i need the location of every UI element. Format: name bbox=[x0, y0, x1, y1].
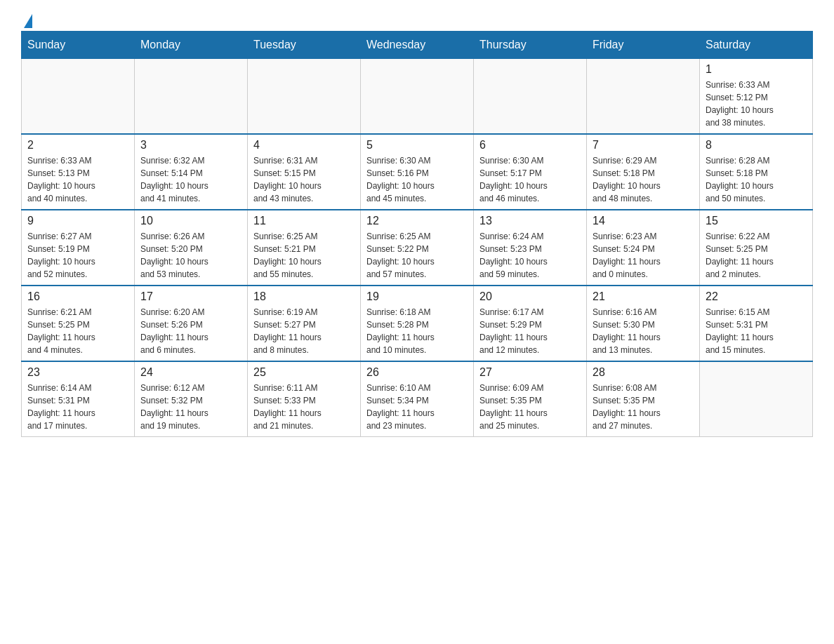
day-info: Sunrise: 6:10 AMSunset: 5:34 PMDaylight:… bbox=[366, 382, 468, 432]
day-info: Sunrise: 6:11 AMSunset: 5:33 PMDaylight:… bbox=[253, 382, 355, 432]
calendar-week-row: 23Sunrise: 6:14 AMSunset: 5:31 PMDayligh… bbox=[22, 361, 813, 437]
calendar-day-cell bbox=[587, 59, 700, 135]
calendar-day-cell: 5Sunrise: 6:30 AMSunset: 5:16 PMDaylight… bbox=[361, 134, 474, 210]
logo bbox=[21, 14, 32, 24]
day-info: Sunrise: 6:32 AMSunset: 5:14 PMDaylight:… bbox=[140, 154, 241, 205]
day-number: 28 bbox=[593, 366, 694, 379]
calendar-day-cell: 28Sunrise: 6:08 AMSunset: 5:35 PMDayligh… bbox=[587, 361, 700, 437]
day-number: 25 bbox=[253, 366, 355, 379]
day-number: 9 bbox=[27, 215, 128, 227]
day-info: Sunrise: 6:30 AMSunset: 5:17 PMDaylight:… bbox=[479, 154, 581, 205]
calendar-day-cell: 24Sunrise: 6:12 AMSunset: 5:32 PMDayligh… bbox=[135, 361, 248, 437]
calendar-weekday-sunday: Sunday bbox=[22, 32, 135, 59]
day-info: Sunrise: 6:25 AMSunset: 5:22 PMDaylight:… bbox=[366, 230, 468, 281]
day-number: 3 bbox=[140, 139, 241, 152]
day-info: Sunrise: 6:20 AMSunset: 5:26 PMDaylight:… bbox=[140, 306, 241, 356]
day-number: 7 bbox=[593, 139, 694, 152]
day-info: Sunrise: 6:16 AMSunset: 5:30 PMDaylight:… bbox=[593, 306, 694, 356]
day-info: Sunrise: 6:19 AMSunset: 5:27 PMDaylight:… bbox=[253, 306, 355, 356]
calendar-day-cell bbox=[361, 59, 474, 135]
day-number: 22 bbox=[706, 290, 807, 303]
page-header bbox=[21, 14, 813, 24]
calendar-weekday-tuesday: Tuesday bbox=[248, 32, 361, 59]
day-info: Sunrise: 6:15 AMSunset: 5:31 PMDaylight:… bbox=[706, 306, 807, 356]
day-number: 18 bbox=[253, 290, 355, 303]
logo-triangle-icon bbox=[24, 14, 32, 28]
day-info: Sunrise: 6:23 AMSunset: 5:24 PMDaylight:… bbox=[593, 230, 694, 281]
day-number: 19 bbox=[366, 290, 468, 303]
calendar-day-cell: 19Sunrise: 6:18 AMSunset: 5:28 PMDayligh… bbox=[361, 286, 474, 361]
calendar-day-cell: 8Sunrise: 6:28 AMSunset: 5:18 PMDaylight… bbox=[700, 134, 813, 210]
day-info: Sunrise: 6:17 AMSunset: 5:29 PMDaylight:… bbox=[479, 306, 581, 356]
day-info: Sunrise: 6:18 AMSunset: 5:28 PMDaylight:… bbox=[366, 306, 468, 356]
calendar-week-row: 9Sunrise: 6:27 AMSunset: 5:19 PMDaylight… bbox=[22, 210, 813, 286]
day-info: Sunrise: 6:08 AMSunset: 5:35 PMDaylight:… bbox=[593, 382, 694, 432]
calendar-weekday-monday: Monday bbox=[135, 32, 248, 59]
day-number: 20 bbox=[479, 290, 581, 303]
day-number: 5 bbox=[366, 139, 468, 152]
calendar-day-cell: 7Sunrise: 6:29 AMSunset: 5:18 PMDaylight… bbox=[587, 134, 700, 210]
calendar-day-cell bbox=[248, 59, 361, 135]
day-info: Sunrise: 6:09 AMSunset: 5:35 PMDaylight:… bbox=[479, 382, 581, 432]
day-number: 27 bbox=[479, 366, 581, 379]
day-number: 23 bbox=[27, 366, 128, 379]
day-number: 1 bbox=[706, 63, 807, 76]
day-number: 21 bbox=[593, 290, 694, 303]
calendar-weekday-saturday: Saturday bbox=[700, 32, 813, 59]
day-info: Sunrise: 6:24 AMSunset: 5:23 PMDaylight:… bbox=[479, 230, 581, 281]
day-number: 8 bbox=[706, 139, 807, 152]
day-info: Sunrise: 6:22 AMSunset: 5:25 PMDaylight:… bbox=[706, 230, 807, 281]
calendar-day-cell: 6Sunrise: 6:30 AMSunset: 5:17 PMDaylight… bbox=[474, 134, 587, 210]
calendar-day-cell: 27Sunrise: 6:09 AMSunset: 5:35 PMDayligh… bbox=[474, 361, 587, 437]
calendar-day-cell: 1Sunrise: 6:33 AMSunset: 5:12 PMDaylight… bbox=[700, 59, 813, 135]
calendar-day-cell: 26Sunrise: 6:10 AMSunset: 5:34 PMDayligh… bbox=[361, 361, 474, 437]
calendar-day-cell: 20Sunrise: 6:17 AMSunset: 5:29 PMDayligh… bbox=[474, 286, 587, 361]
day-info: Sunrise: 6:30 AMSunset: 5:16 PMDaylight:… bbox=[366, 154, 468, 205]
calendar-day-cell: 12Sunrise: 6:25 AMSunset: 5:22 PMDayligh… bbox=[361, 210, 474, 286]
calendar-day-cell: 15Sunrise: 6:22 AMSunset: 5:25 PMDayligh… bbox=[700, 210, 813, 286]
calendar-day-cell: 9Sunrise: 6:27 AMSunset: 5:19 PMDaylight… bbox=[22, 210, 135, 286]
calendar-day-cell: 4Sunrise: 6:31 AMSunset: 5:15 PMDaylight… bbox=[248, 134, 361, 210]
day-number: 11 bbox=[253, 215, 355, 227]
day-info: Sunrise: 6:33 AMSunset: 5:12 PMDaylight:… bbox=[706, 79, 807, 129]
calendar-weekday-friday: Friday bbox=[587, 32, 700, 59]
calendar-table: SundayMondayTuesdayWednesdayThursdayFrid… bbox=[21, 31, 813, 437]
day-info: Sunrise: 6:12 AMSunset: 5:32 PMDaylight:… bbox=[140, 382, 241, 432]
day-info: Sunrise: 6:29 AMSunset: 5:18 PMDaylight:… bbox=[593, 154, 694, 205]
calendar-header-row: SundayMondayTuesdayWednesdayThursdayFrid… bbox=[22, 32, 813, 59]
calendar-day-cell: 13Sunrise: 6:24 AMSunset: 5:23 PMDayligh… bbox=[474, 210, 587, 286]
day-number: 14 bbox=[593, 215, 694, 227]
day-info: Sunrise: 6:33 AMSunset: 5:13 PMDaylight:… bbox=[27, 154, 128, 205]
day-number: 2 bbox=[27, 139, 128, 152]
day-info: Sunrise: 6:14 AMSunset: 5:31 PMDaylight:… bbox=[27, 382, 128, 432]
calendar-day-cell: 2Sunrise: 6:33 AMSunset: 5:13 PMDaylight… bbox=[22, 134, 135, 210]
calendar-day-cell bbox=[700, 361, 813, 437]
day-number: 15 bbox=[706, 215, 807, 227]
day-info: Sunrise: 6:25 AMSunset: 5:21 PMDaylight:… bbox=[253, 230, 355, 281]
calendar-day-cell: 10Sunrise: 6:26 AMSunset: 5:20 PMDayligh… bbox=[135, 210, 248, 286]
day-number: 4 bbox=[253, 139, 355, 152]
day-number: 10 bbox=[140, 215, 241, 227]
calendar-day-cell: 3Sunrise: 6:32 AMSunset: 5:14 PMDaylight… bbox=[135, 134, 248, 210]
calendar-day-cell: 21Sunrise: 6:16 AMSunset: 5:30 PMDayligh… bbox=[587, 286, 700, 361]
calendar-day-cell: 22Sunrise: 6:15 AMSunset: 5:31 PMDayligh… bbox=[700, 286, 813, 361]
day-number: 13 bbox=[479, 215, 581, 227]
calendar-week-row: 16Sunrise: 6:21 AMSunset: 5:25 PMDayligh… bbox=[22, 286, 813, 361]
calendar-day-cell: 14Sunrise: 6:23 AMSunset: 5:24 PMDayligh… bbox=[587, 210, 700, 286]
day-info: Sunrise: 6:27 AMSunset: 5:19 PMDaylight:… bbox=[27, 230, 128, 281]
calendar-day-cell: 16Sunrise: 6:21 AMSunset: 5:25 PMDayligh… bbox=[22, 286, 135, 361]
calendar-day-cell: 17Sunrise: 6:20 AMSunset: 5:26 PMDayligh… bbox=[135, 286, 248, 361]
day-info: Sunrise: 6:21 AMSunset: 5:25 PMDaylight:… bbox=[27, 306, 128, 356]
day-number: 17 bbox=[140, 290, 241, 303]
calendar-day-cell bbox=[474, 59, 587, 135]
calendar-day-cell bbox=[22, 59, 135, 135]
calendar-day-cell: 11Sunrise: 6:25 AMSunset: 5:21 PMDayligh… bbox=[248, 210, 361, 286]
calendar-day-cell: 23Sunrise: 6:14 AMSunset: 5:31 PMDayligh… bbox=[22, 361, 135, 437]
calendar-day-cell: 18Sunrise: 6:19 AMSunset: 5:27 PMDayligh… bbox=[248, 286, 361, 361]
day-info: Sunrise: 6:26 AMSunset: 5:20 PMDaylight:… bbox=[140, 230, 241, 281]
calendar-weekday-thursday: Thursday bbox=[474, 32, 587, 59]
day-number: 26 bbox=[366, 366, 468, 379]
calendar-weekday-wednesday: Wednesday bbox=[361, 32, 474, 59]
calendar-week-row: 2Sunrise: 6:33 AMSunset: 5:13 PMDaylight… bbox=[22, 134, 813, 210]
calendar-week-row: 1Sunrise: 6:33 AMSunset: 5:12 PMDaylight… bbox=[22, 59, 813, 135]
